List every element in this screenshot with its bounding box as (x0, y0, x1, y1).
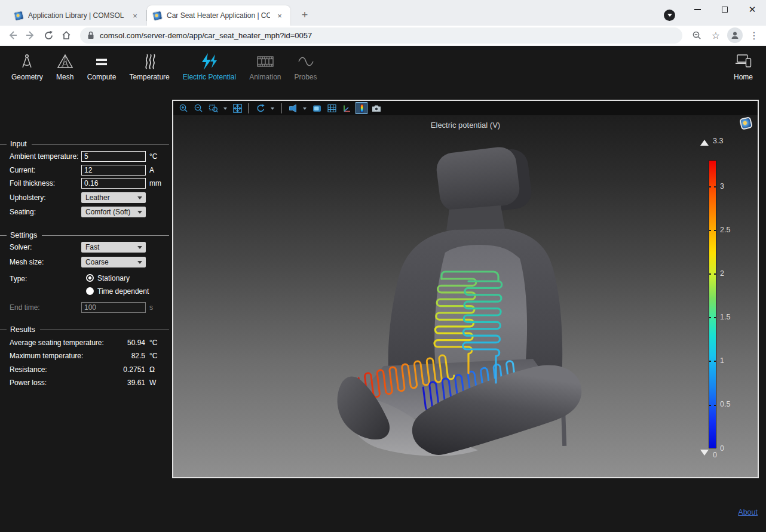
comsol-favicon (152, 10, 163, 21)
input-section-header: Input (0, 140, 169, 148)
browser-menu-icon[interactable]: ⋮ (744, 27, 764, 44)
animation-button[interactable]: Animation (243, 51, 287, 91)
tab-title: Application Library | COMSOL Se (28, 11, 125, 20)
view-button[interactable] (287, 102, 299, 114)
mesh-button[interactable]: Mesh (50, 51, 81, 91)
rotate-view-button[interactable] (255, 102, 266, 114)
animation-icon (256, 51, 275, 72)
max-arrow-icon (700, 136, 709, 146)
end-time-field (81, 302, 146, 313)
graphics-toolbar (173, 101, 758, 115)
compute-icon (93, 51, 111, 72)
foil-thickness-row: Foil thickness: mm (0, 178, 172, 190)
geometry-icon (18, 51, 36, 72)
probes-button[interactable]: Probes (288, 51, 324, 91)
reload-button[interactable] (39, 27, 57, 44)
axes-button[interactable] (341, 102, 353, 114)
window-minimize-button[interactable] (684, 0, 711, 19)
tab-close-icon[interactable]: × (130, 11, 140, 20)
about-link[interactable]: About (738, 508, 758, 516)
tab-strip: Application Library | COMSOL Se × Car Se… (0, 0, 766, 26)
solver-row: Solver: Fast (0, 242, 172, 254)
zoom-in-button[interactable] (177, 102, 189, 114)
legend-tick: 1.5 (720, 313, 730, 321)
foil-thickness-field[interactable] (81, 178, 146, 189)
tab-title: Car Seat Heater Application | CO (167, 11, 270, 20)
seating-row: Seating: Comfort (Soft) (0, 207, 172, 219)
tab-application-library[interactable]: Application Library | COMSOL Se × (8, 5, 146, 26)
legend-tick: 0 (720, 444, 724, 453)
current-row: Current: A (0, 165, 172, 177)
legend-max: 3.3 (700, 136, 723, 146)
color-legend-button[interactable] (356, 102, 367, 114)
legend-tick: 2 (720, 269, 724, 278)
mesh-icon (56, 51, 74, 72)
profile-avatar[interactable] (725, 27, 744, 44)
temperature-button[interactable]: Temperature (122, 51, 176, 91)
omnibox[interactable]: comsol.com/server-demo/app/car_seat_heat… (80, 27, 682, 44)
solver-dropdown[interactable]: Fast (81, 242, 146, 253)
legend-tick: 3 (720, 182, 724, 190)
toolbar-separator (281, 103, 281, 113)
upholstery-row: Upholstery: Leather (0, 192, 172, 204)
geometry-button[interactable]: Geometry (5, 51, 50, 91)
scene-light-button[interactable] (311, 102, 323, 114)
result-row-power-loss: Power loss: 39.61 W (0, 377, 172, 389)
grid-button[interactable] (326, 102, 338, 114)
zoom-extents-button[interactable] (231, 102, 243, 114)
bookmark-star-icon[interactable]: ☆ (706, 27, 725, 44)
app-home-button[interactable]: Home (727, 51, 760, 81)
temperature-icon (140, 51, 158, 72)
snapshot-camera-button[interactable] (370, 102, 382, 114)
comsol-favicon (14, 10, 24, 21)
type-row-time-dependent: Time dependent (0, 287, 172, 299)
seating-dropdown[interactable]: Comfort (Soft) (81, 207, 146, 217)
current-field[interactable] (81, 165, 146, 176)
results-section-header: Results (0, 325, 169, 334)
tab-close-icon[interactable]: × (275, 11, 284, 20)
comsol-app: Geometry Mesh Compute Temperature (0, 46, 766, 532)
upholstery-dropdown[interactable]: Leather (81, 192, 146, 203)
home-button[interactable] (57, 27, 75, 44)
devices-icon (733, 51, 753, 72)
forward-button[interactable] (22, 27, 39, 44)
mesh-size-dropdown[interactable]: Coarse (81, 257, 146, 267)
toolbar-separator (249, 103, 249, 113)
tab-car-seat-heater[interactable]: Car Seat Heater Application | CO × (147, 5, 290, 26)
electric-potential-button[interactable]: Electric Potential (176, 51, 243, 91)
back-button[interactable] (4, 27, 22, 44)
electric-potential-icon (200, 51, 219, 72)
chevron-down-icon (137, 261, 142, 266)
window-maximize-button[interactable] (711, 0, 739, 19)
compute-button[interactable]: Compute (81, 51, 123, 91)
browser-update-icon[interactable] (664, 10, 675, 21)
stationary-radio[interactable] (86, 274, 94, 282)
graphics-panel: Electric potential (V) (172, 100, 759, 478)
zoom-page-icon[interactable] (687, 27, 706, 44)
address-bar: comsol.com/server-demo/app/car_seat_heat… (0, 26, 766, 45)
chevron-down-icon (137, 196, 142, 202)
zoom-box-menu-caret[interactable] (222, 102, 228, 114)
zoom-box-button[interactable] (207, 102, 219, 114)
zoom-out-button[interactable] (192, 102, 204, 114)
chevron-down-icon (137, 211, 142, 216)
parameters-sidebar: Input Ambient temperature: °C Current: A… (0, 91, 172, 532)
new-tab-button[interactable]: + (297, 7, 312, 23)
settings-section-header: Settings (0, 231, 169, 239)
legend-tick: 1 (720, 356, 724, 365)
rotate-menu-caret[interactable] (269, 102, 275, 114)
car-seat-3d-model (173, 115, 758, 477)
ambient-temperature-field[interactable] (81, 151, 146, 162)
result-row-resistance: Resistance: 0.2751 Ω (0, 364, 172, 376)
plot-canvas[interactable]: Electric potential (V) (173, 115, 758, 477)
color-legend: 3.3 3 2.5 2 1.5 1 0.5 0 (700, 138, 755, 465)
type-row-stationary: Type: Stationary (0, 273, 172, 285)
min-arrow-icon (700, 450, 709, 460)
url-text: comsol.com/server-demo/app/car_seat_heat… (100, 31, 312, 40)
probes-icon (297, 51, 315, 72)
legend-tick: 0.5 (720, 400, 730, 408)
result-row-average-temperature: Average seating temperature: 50.94 °C (0, 337, 172, 349)
window-close-button[interactable]: ✕ (739, 0, 766, 19)
view-menu-caret[interactable] (302, 102, 308, 114)
time-dependent-radio[interactable] (86, 287, 94, 295)
